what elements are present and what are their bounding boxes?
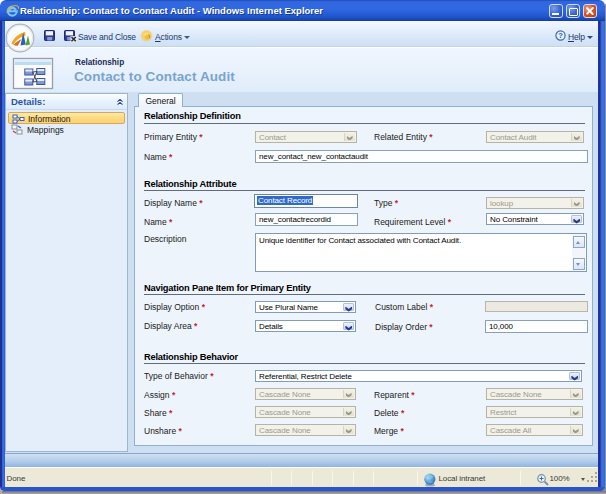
svg-text:?: ? <box>558 31 563 40</box>
